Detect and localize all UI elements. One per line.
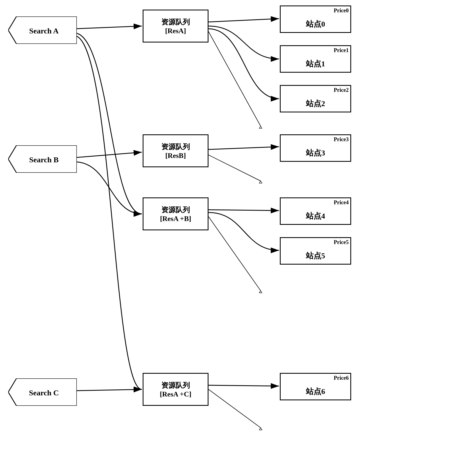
search-a: Search A bbox=[8, 16, 77, 45]
svg-line-10 bbox=[208, 155, 261, 181]
svg-text:Search C: Search C bbox=[29, 389, 59, 397]
svg-line-6 bbox=[208, 19, 279, 22]
svg-line-7 bbox=[208, 32, 261, 126]
svg-line-3 bbox=[74, 26, 142, 29]
station-5: Price5 站点5 bbox=[280, 237, 351, 265]
search-c: Search C bbox=[8, 378, 77, 407]
svg-marker-17 bbox=[259, 428, 262, 430]
station-2: Price2 站点2 bbox=[280, 85, 351, 112]
svg-line-13 bbox=[208, 217, 261, 291]
svg-text:Search A: Search A bbox=[29, 27, 59, 35]
diagram-container: Search A Search B Search C 资源队列 [ResA] 资… bbox=[0, 0, 465, 476]
queue-resb: 资源队列 [ResB] bbox=[143, 134, 208, 167]
station-4: Price4 站点4 bbox=[280, 197, 351, 225]
svg-line-9 bbox=[208, 147, 279, 149]
queue-resac: 资源队列 [ResA +C] bbox=[143, 373, 208, 406]
svg-marker-14 bbox=[259, 291, 262, 293]
svg-line-5 bbox=[74, 389, 142, 391]
svg-text:Search B: Search B bbox=[29, 155, 59, 164]
svg-marker-11 bbox=[259, 181, 262, 183]
svg-line-4 bbox=[74, 152, 142, 158]
svg-marker-8 bbox=[259, 126, 262, 128]
svg-line-15 bbox=[208, 385, 279, 386]
station-1: Price1 站点1 bbox=[280, 45, 351, 73]
station-3: Price3 站点3 bbox=[280, 134, 351, 162]
search-b: Search B bbox=[8, 145, 77, 174]
svg-line-12 bbox=[208, 210, 279, 211]
queue-resa: 资源队列 [ResA] bbox=[143, 10, 208, 42]
svg-line-16 bbox=[208, 389, 261, 428]
station-6: Price6 站点6 bbox=[280, 373, 351, 400]
queue-resab: 资源队列 [ResA +B] bbox=[143, 197, 208, 230]
station-0: Price0 站点0 bbox=[280, 5, 351, 33]
